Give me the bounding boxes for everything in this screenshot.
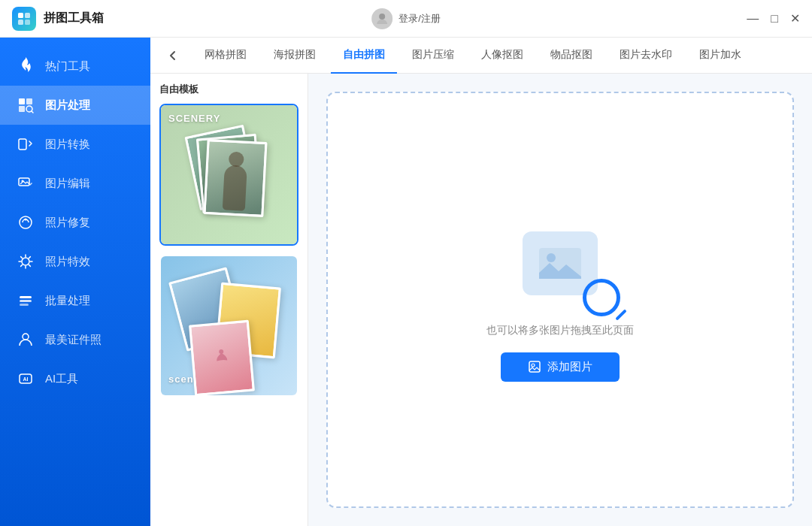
id-photo-icon [15,329,36,350]
sidebar-label: 热门工具 [45,59,90,74]
main-layout: 热门工具 图片处理 图片转换 图片编辑 照片修复 [0,38,812,526]
svg-point-14 [22,258,29,265]
drop-hint: 也可以将多张图片拖拽至此页面 [486,324,634,337]
svg-point-13 [25,219,27,221]
svg-rect-3 [25,20,30,25]
drop-zone-icon [508,219,613,309]
template-card-2[interactable]: scenery [159,255,298,397]
photo-stack-2 [173,270,286,382]
ai-tools-icon: AI [15,368,36,389]
svg-rect-0 [18,13,23,18]
image-processing-icon [15,95,36,116]
photo-effects-icon [15,251,36,272]
tab-img-watermark[interactable]: 图片加水 [687,38,753,74]
tab-poster-collage[interactable]: 海报拼图 [262,38,328,74]
photo-restore-icon [15,212,36,233]
sidebar-label: AI工具 [45,372,78,386]
sidebar-item-photo-effects[interactable]: 照片特效 [0,242,150,281]
svg-rect-9 [19,139,26,150]
back-button[interactable] [162,45,183,66]
add-image-button[interactable]: 添加图片 [501,352,620,382]
tabbar: 网格拼图 海报拼图 自由拼图 图片压缩 人像抠图 物品抠图 图片去水印 图片加水 [150,38,812,74]
sidebar-label: 图片编辑 [45,177,90,191]
restore-button[interactable]: □ [771,12,778,26]
template-panel-title: 自由模板 [159,83,298,96]
svg-rect-5 [19,98,25,104]
tab-portrait-cutout[interactable]: 人像抠图 [469,38,535,74]
template-card-1[interactable]: Scenery [159,104,298,246]
titlebar-center: 登录/注册 [371,8,441,29]
sidebar-label: 最美证件照 [45,333,102,347]
template-panel: 自由模板 Scenery [150,74,308,526]
sidebar-label: 图片转换 [45,138,90,152]
tab-watermark-remove[interactable]: 图片去水印 [607,38,684,74]
svg-rect-16 [20,300,32,302]
window-controls: — □ ✕ [747,11,800,26]
sidebar-item-id-photo[interactable]: 最美证件照 [0,320,150,359]
sidebar: 热门工具 图片处理 图片转换 图片编辑 照片修复 [0,38,150,526]
sidebar-item-ai-tools[interactable]: AI AI工具 [0,359,150,398]
add-image-label: 添加图片 [547,360,592,374]
search-icon [583,279,620,316]
image-convert-icon [15,134,36,155]
image-edit-icon [15,173,36,194]
titlebar: 拼图工具箱 登录/注册 — □ ✕ [0,0,812,38]
svg-rect-1 [25,13,30,18]
svg-point-12 [20,216,32,228]
drop-zone: 也可以将多张图片拖拽至此页面 添加图片 [326,92,794,508]
photo-stack-1 [184,130,274,235]
template-label-1: Scenery [168,113,220,124]
svg-rect-24 [529,361,540,372]
tab-img-compress[interactable]: 图片压缩 [400,38,466,74]
svg-text:AI: AI [23,376,29,382]
sidebar-item-image-convert[interactable]: 图片转换 [0,125,150,164]
tab-free-collage[interactable]: 自由拼图 [331,38,397,74]
sidebar-label: 图片处理 [45,98,90,113]
titlebar-left: 拼图工具箱 [12,7,104,31]
svg-point-18 [23,334,29,340]
close-button[interactable]: ✕ [790,11,800,26]
app-title: 拼图工具箱 [44,11,104,26]
sidebar-item-image-processing[interactable]: 图片处理 [0,86,150,125]
sidebar-label: 批量处理 [45,294,90,308]
tab-item-cutout[interactable]: 物品抠图 [538,38,604,74]
svg-rect-15 [20,296,32,298]
svg-point-25 [532,364,535,367]
login-label[interactable]: 登录/注册 [398,12,441,26]
svg-rect-17 [20,304,29,306]
app-logo [12,7,36,31]
batch-process-icon [15,290,36,311]
svg-point-4 [379,14,385,20]
sidebar-label: 照片特效 [45,255,90,269]
svg-rect-6 [26,98,32,104]
tab-grid-collage[interactable]: 网格拼图 [192,38,259,74]
sidebar-item-batch-process[interactable]: 批量处理 [0,281,150,320]
svg-rect-2 [18,20,23,25]
svg-rect-7 [19,106,25,112]
sidebar-item-image-edit[interactable]: 图片编辑 [0,164,150,203]
inner-content: 自由模板 Scenery [150,74,812,526]
sidebar-item-photo-restore[interactable]: 照片修复 [0,203,150,242]
avatar[interactable] [371,8,392,29]
minimize-button[interactable]: — [747,12,759,26]
hot-tools-icon [15,56,36,77]
sidebar-item-hot-tools[interactable]: 热门工具 [0,47,150,86]
content-area: 网格拼图 海报拼图 自由拼图 图片压缩 人像抠图 物品抠图 图片去水印 图片加水 [150,38,812,526]
sidebar-label: 照片修复 [45,216,90,230]
svg-point-21 [218,349,223,354]
svg-point-23 [547,253,556,262]
